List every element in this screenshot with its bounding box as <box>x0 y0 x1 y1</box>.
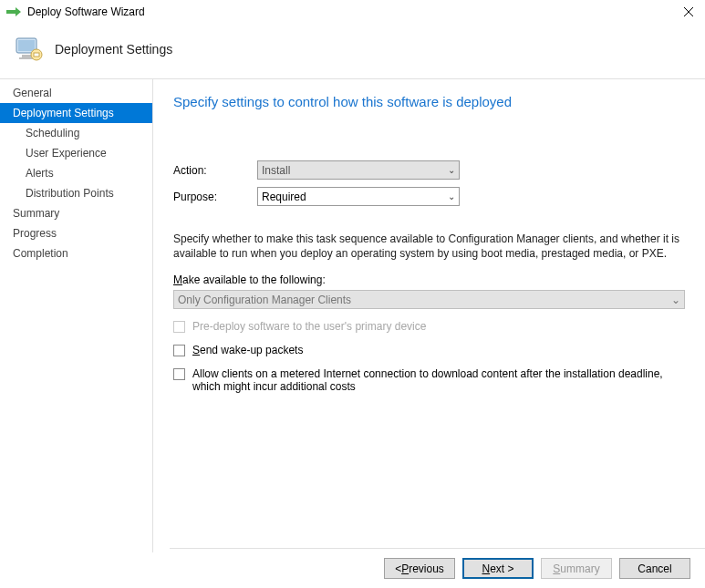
sidebar-item-user-experience[interactable]: User Experience <box>0 143 152 163</box>
action-value: Install <box>262 164 290 177</box>
computer-deploy-icon <box>13 33 46 66</box>
next-button[interactable]: Next > <box>462 558 534 579</box>
purpose-value: Required <box>262 191 306 203</box>
sidebar-item-completion[interactable]: Completion <box>0 243 152 263</box>
description-text: Specify whether to make this task sequen… <box>173 232 685 261</box>
chevron-down-icon: ⌄ <box>448 165 455 175</box>
wizard-footer: < Previous Next > Summary Cancel <box>170 548 705 588</box>
page-heading: Specify settings to control how this sof… <box>173 94 685 109</box>
action-row: Action: Install ⌄ <box>173 160 685 180</box>
svg-rect-1 <box>18 40 35 51</box>
predeploy-label: Pre-deploy software to the user's primar… <box>192 320 426 333</box>
svg-rect-2 <box>22 55 31 57</box>
previous-button[interactable]: < Previous <box>384 558 455 579</box>
chevron-down-icon: ⌄ <box>671 294 680 306</box>
sidebar-item-general[interactable]: General <box>0 83 152 103</box>
purpose-row: Purpose: Required ⌄ <box>173 187 685 206</box>
svg-rect-5 <box>34 53 39 57</box>
header-section-title: Deployment Settings <box>55 42 172 57</box>
action-label: Action: <box>173 164 257 177</box>
metered-label: Allow clients on a metered Internet conn… <box>192 367 667 393</box>
sidebar-item-scheduling[interactable]: Scheduling <box>0 123 152 143</box>
available-select: Only Configuration Manager Clients ⌄ <box>173 290 685 309</box>
sidebar-item-alerts[interactable]: Alerts <box>0 163 152 183</box>
wizard-sidebar: General Deployment Settings Scheduling U… <box>0 79 153 552</box>
metered-checkbox[interactable] <box>173 368 185 380</box>
sidebar-item-distribution-points[interactable]: Distribution Points <box>0 183 152 203</box>
title-bar: Deploy Software Wizard <box>0 0 705 24</box>
action-select: Install ⌄ <box>257 160 460 180</box>
available-value: Only Configuration Manager Clients <box>178 294 351 306</box>
predeploy-checkbox-row: Pre-deploy software to the user's primar… <box>173 320 685 333</box>
sidebar-item-summary[interactable]: Summary <box>0 203 152 223</box>
chevron-down-icon: ⌄ <box>448 191 455 201</box>
wakeup-label: Send wake-up packets <box>192 344 303 356</box>
cancel-button[interactable]: Cancel <box>619 558 690 579</box>
close-button[interactable] <box>678 1 700 23</box>
wakeup-checkbox[interactable] <box>173 345 185 356</box>
wizard-header: Deployment Settings <box>0 24 705 78</box>
metered-checkbox-row[interactable]: Allow clients on a metered Internet conn… <box>173 367 685 393</box>
sidebar-item-progress[interactable]: Progress <box>0 223 152 243</box>
wakeup-checkbox-row[interactable]: Send wake-up packets <box>173 344 685 356</box>
wizard-body: General Deployment Settings Scheduling U… <box>0 78 705 552</box>
wizard-content: Specify settings to control how this sof… <box>153 79 705 552</box>
sidebar-item-deployment-settings[interactable]: Deployment Settings <box>0 103 152 123</box>
predeploy-checkbox <box>173 321 185 333</box>
summary-button: Summary <box>541 558 612 579</box>
purpose-label: Purpose: <box>173 191 257 203</box>
available-label: Make available to the following: <box>173 273 685 286</box>
back-arrow-icon <box>5 4 22 20</box>
purpose-select[interactable]: Required ⌄ <box>257 187 460 206</box>
window-title: Deploy Software Wizard <box>27 5 145 18</box>
